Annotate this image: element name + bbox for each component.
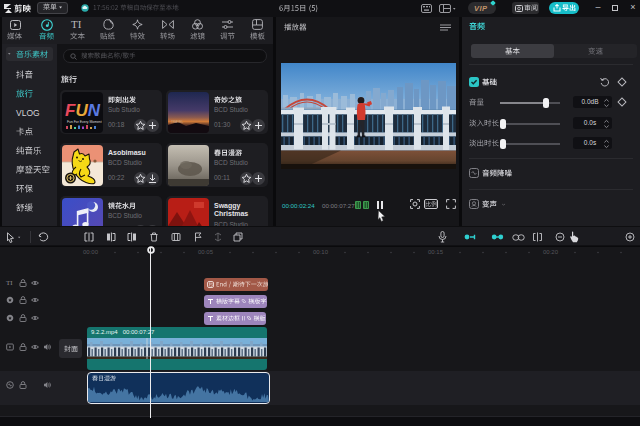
svg-text:FUN: FUN: [65, 101, 101, 120]
svg-text:Fun For Every Moment: Fun For Every Moment: [67, 120, 102, 124]
svg-text:TRAVEL: TRAVEL: [171, 120, 183, 124]
